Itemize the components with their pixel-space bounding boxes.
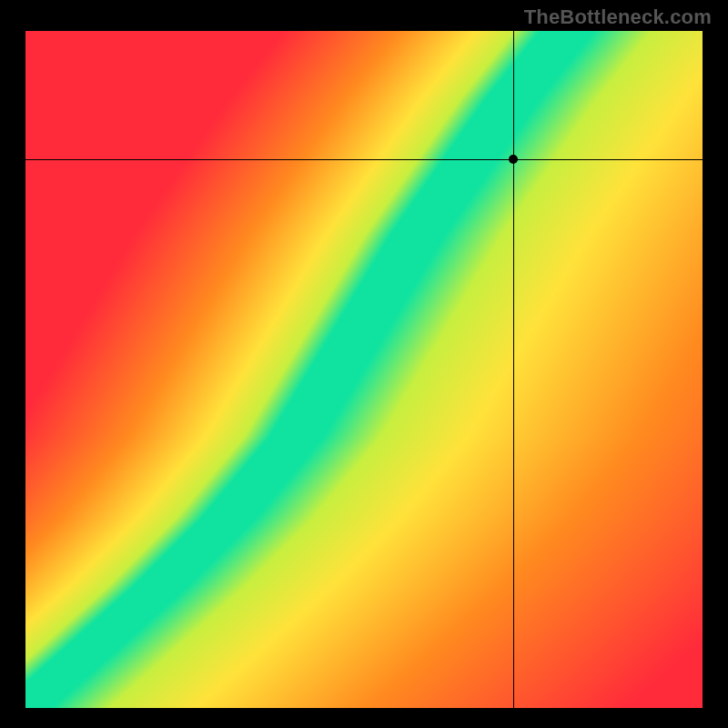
heatmap-canvas [25, 31, 703, 708]
chart-frame: TheBottleneck.com [0, 0, 728, 728]
heatmap-plot [25, 31, 703, 708]
watermark-text: TheBottleneck.com [524, 5, 712, 29]
